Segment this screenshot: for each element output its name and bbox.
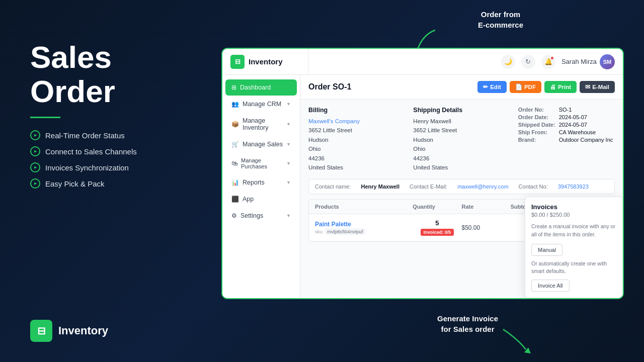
col-quantity: Quantity bbox=[413, 204, 461, 210]
order-title: Order SO-1 bbox=[308, 82, 351, 92]
email-button[interactable]: ✉ E-Mail bbox=[580, 81, 615, 93]
user-avatar: SM bbox=[600, 54, 615, 69]
hero-title: SalesOrder bbox=[30, 40, 211, 109]
col-products: Products bbox=[315, 204, 413, 210]
action-buttons: ✏ Edit 📄 PDF 🖨 Print ✉ E-Mail bbox=[477, 81, 615, 93]
crm-chevron: ▼ bbox=[286, 102, 291, 107]
product-sku: sku: mvlp8cfi04nvtpuf bbox=[315, 229, 413, 234]
popup-description: Create a manual invoice with any or all … bbox=[531, 223, 616, 239]
sidebar-item-reports[interactable]: 📊 Reports ▼ bbox=[225, 174, 297, 191]
reports-chevron: ▼ bbox=[286, 180, 291, 185]
order-no-value: SO-1 bbox=[559, 107, 572, 113]
popup-amount: $0.00 / $250.00 bbox=[531, 212, 616, 218]
topbar-right: 🌙 ↻ 🔔 Sarah Mirza SM bbox=[501, 54, 615, 69]
billing-address: 3652 Little Street bbox=[308, 127, 352, 133]
sidebar-item-crm[interactable]: 👥 Manage CRM ▼ bbox=[225, 96, 297, 112]
billing-city: Hudson bbox=[308, 137, 329, 143]
notification-icon[interactable]: 🔔 bbox=[541, 55, 555, 69]
brand-value: Outdoor Company Inc bbox=[559, 137, 613, 143]
app-logo-area: ⊟ Inventory bbox=[230, 49, 308, 74]
product-cell: Paint Palette sku: mvlp8cfi04nvtpuf bbox=[315, 221, 413, 234]
shipping-zip: 44236 bbox=[413, 155, 429, 161]
order-date-label: Order Date: bbox=[518, 114, 556, 120]
settings-icon: ⚙ bbox=[231, 212, 237, 219]
sidebar-item-settings[interactable]: ⚙ Settings ▼ bbox=[225, 208, 297, 224]
feature-icon-3 bbox=[30, 162, 40, 172]
notif-dot bbox=[550, 56, 554, 60]
logo-icon: ⊟ bbox=[30, 320, 52, 342]
sidebar-item-purchases[interactable]: 🛍 Manage Purchases ▼ bbox=[225, 153, 297, 174]
contact-no-label: Contact No: bbox=[519, 184, 548, 190]
svg-marker-1 bbox=[524, 347, 531, 353]
shipping-section: Shipping Details Henry Maxwell 3652 Litt… bbox=[413, 107, 510, 172]
app-logo-text: Inventory bbox=[249, 57, 283, 66]
shipping-name: Henry Maxwell bbox=[413, 118, 451, 124]
billing-company[interactable]: Maxwell's Company bbox=[308, 118, 360, 124]
sidebar-item-inventory[interactable]: 📦 Manage Inventory ▼ bbox=[225, 113, 297, 136]
manual-button[interactable]: Manual bbox=[531, 244, 562, 256]
popup-title: Invoices bbox=[531, 203, 616, 211]
contact-bar: Contact name: Henry Maxwell Contact E-Ma… bbox=[308, 179, 615, 194]
user-info: Sarah Mirza SM bbox=[561, 54, 615, 69]
contact-email-value[interactable]: maxwell@henry.com bbox=[457, 184, 508, 190]
feature-icon-4 bbox=[30, 178, 40, 189]
sidebar-item-sales[interactable]: 🛒 Manage Sales ▼ bbox=[225, 136, 297, 152]
invoices-popup: Invoices $0.00 / $250.00 Create a manual… bbox=[525, 197, 623, 298]
shipped-date-value: 2024-05-07 bbox=[559, 122, 587, 128]
quantity-cell: 5 Invoiced: 0/5 bbox=[413, 219, 461, 236]
rate-cell: $50.00 bbox=[461, 224, 510, 231]
order-date-value: 2024-05-07 bbox=[559, 114, 587, 120]
contact-no-value: 3947583923 bbox=[558, 184, 589, 190]
contact-email-label: Contact E-Mail: bbox=[410, 184, 447, 190]
dark-mode-icon[interactable]: 🌙 bbox=[501, 55, 515, 69]
info-grid: Billing Maxwell's Company 3652 Little St… bbox=[308, 107, 615, 172]
dashboard-icon: ⊞ bbox=[231, 84, 236, 91]
invoiced-badge: Invoiced: 0/5 bbox=[421, 229, 454, 236]
col-rate: Rate bbox=[461, 204, 510, 210]
ship-from-value: CA Warehouse bbox=[559, 129, 596, 135]
feature-list: Real-Time Order Status Connect to Sales … bbox=[30, 130, 211, 189]
sidebar: ⊞ Dashboard 👥 Manage CRM ▼ 📦 Manage Inve… bbox=[222, 75, 300, 298]
billing-section: Billing Maxwell's Company 3652 Little St… bbox=[308, 107, 405, 172]
shipping-heading: Shipping Details bbox=[413, 107, 510, 114]
edit-button[interactable]: ✏ Edit bbox=[477, 81, 507, 93]
sidebar-item-dashboard[interactable]: ⊞ Dashboard bbox=[225, 79, 297, 96]
ship-from-label: Ship From: bbox=[518, 129, 556, 135]
app-window: ⊟ Inventory 🌙 ↻ 🔔 Sarah Mirza SM ⊞ Dashb… bbox=[221, 48, 624, 299]
crm-icon: 👥 bbox=[231, 101, 239, 108]
bottom-logo-text: Inventory bbox=[58, 324, 108, 337]
shipping-country: United States bbox=[413, 164, 448, 170]
user-name: Sarah Mirza bbox=[561, 58, 597, 65]
sidebar-item-app[interactable]: ⬛ App bbox=[225, 191, 297, 207]
print-button[interactable]: 🖨 Print bbox=[544, 81, 577, 93]
order-header: Order SO-1 ✏ Edit 📄 PDF 🖨 Print ✉ E-Mail bbox=[300, 75, 623, 100]
purchases-chevron: ▼ bbox=[286, 161, 291, 166]
billing-state: Ohio bbox=[308, 146, 320, 152]
feature-icon-1 bbox=[30, 130, 40, 140]
feature-item-2: Connect to Sales Channels bbox=[30, 146, 211, 156]
feature-item-1: Real-Time Order Status bbox=[30, 130, 211, 140]
billing-country: United States bbox=[308, 164, 343, 170]
sales-chevron: ▼ bbox=[286, 142, 291, 147]
feature-item-3: Invoices Synchronization bbox=[30, 162, 211, 172]
feature-icon-2 bbox=[30, 146, 40, 156]
meta-section: Order No: SO-1 Order Date: 2024-05-07 Sh… bbox=[518, 107, 615, 172]
product-name[interactable]: Paint Palette bbox=[315, 221, 413, 228]
reports-icon: 📊 bbox=[231, 179, 239, 186]
settings-chevron: ▼ bbox=[286, 213, 291, 218]
brand-label: Brand: bbox=[518, 137, 556, 143]
shipping-address: 3652 Little Street bbox=[413, 127, 457, 133]
feature-item-4: Easy Pick & Pack bbox=[30, 178, 211, 189]
left-panel: SalesOrder Real-Time Order Status Connec… bbox=[30, 40, 211, 189]
app-body: ⊞ Dashboard 👥 Manage CRM ▼ 📦 Manage Inve… bbox=[222, 75, 623, 298]
billing-zip: 44236 bbox=[308, 155, 325, 161]
app-logo-icon: ⊟ bbox=[230, 55, 245, 69]
refresh-icon[interactable]: ↻ bbox=[521, 55, 535, 69]
invoice-all-button[interactable]: Invoice All bbox=[531, 280, 570, 292]
inventory-icon: 📦 bbox=[231, 121, 239, 128]
inventory-chevron: ▼ bbox=[286, 122, 291, 127]
sales-icon: 🛒 bbox=[231, 141, 239, 148]
pdf-button[interactable]: 📄 PDF bbox=[510, 81, 541, 93]
annotation-top: Order from E-commerce bbox=[478, 9, 523, 30]
contact-name-label: Contact name: bbox=[315, 184, 351, 190]
